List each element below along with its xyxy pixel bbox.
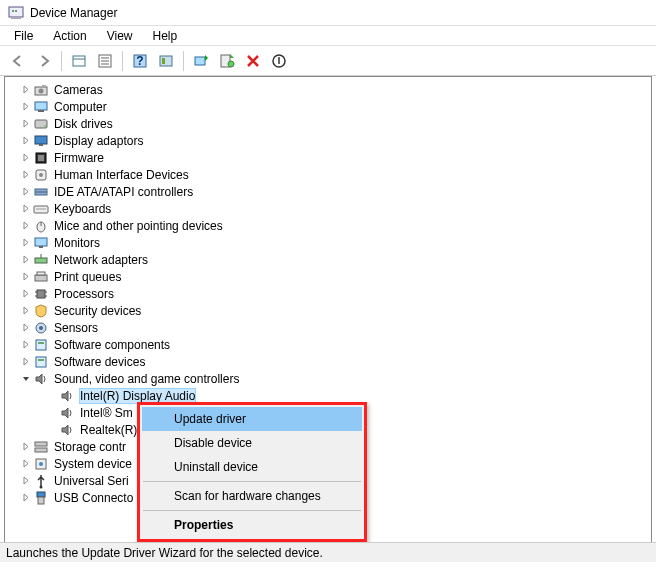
menu-file[interactable]: File [4, 27, 43, 45]
tree-category[interactable]: Processors [19, 285, 651, 302]
context-menu: Update driverDisable deviceUninstall dev… [137, 402, 367, 542]
device-tree[interactable]: CamerasComputerDisk drivesDisplay adapto… [4, 76, 652, 554]
display-icon [33, 133, 49, 149]
tree-label[interactable]: Disk drives [53, 117, 114, 131]
svg-rect-53 [38, 359, 44, 361]
chevron-right-icon[interactable] [19, 236, 33, 250]
show-hidden-button[interactable] [67, 49, 91, 73]
chevron-right-icon[interactable] [19, 355, 33, 369]
tree-label[interactable]: Human Interface Devices [53, 168, 190, 182]
firmware-icon [33, 150, 49, 166]
tree-label[interactable]: Keyboards [53, 202, 112, 216]
context-menu-item[interactable]: Properties [142, 513, 362, 537]
tree-category[interactable]: Mice and other pointing devices [19, 217, 651, 234]
tree-label[interactable]: Universal Seri [53, 474, 130, 488]
chevron-right-icon[interactable] [19, 168, 33, 182]
svg-rect-25 [35, 136, 47, 144]
tree-label[interactable]: Monitors [53, 236, 101, 250]
chevron-right-icon[interactable] [19, 304, 33, 318]
toolbar-separator [183, 51, 184, 71]
menu-view[interactable]: View [97, 27, 143, 45]
tree-label[interactable]: Print queues [53, 270, 122, 284]
tree-label[interactable]: Storage contr [53, 440, 127, 454]
tree-label[interactable]: IDE ATA/ATAPI controllers [53, 185, 194, 199]
chevron-right-icon[interactable] [19, 474, 33, 488]
tree-label[interactable]: USB Connecto [53, 491, 134, 505]
svg-rect-60 [38, 497, 44, 504]
monitor-icon [33, 235, 49, 251]
chevron-right-icon[interactable] [19, 185, 33, 199]
tree-label[interactable]: Network adapters [53, 253, 149, 267]
tree-category[interactable]: Software components [19, 336, 651, 353]
svg-rect-1 [11, 17, 21, 19]
menu-action[interactable]: Action [43, 27, 96, 45]
chevron-right-icon[interactable] [19, 202, 33, 216]
chevron-right-icon[interactable] [19, 491, 33, 505]
tree-label[interactable]: Firmware [53, 151, 105, 165]
tree-label[interactable]: Realtek(R) [79, 423, 138, 437]
tree-label[interactable]: Sensors [53, 321, 99, 335]
tree-label[interactable]: Display adaptors [53, 134, 144, 148]
chevron-right-icon[interactable] [19, 287, 33, 301]
chevron-right-icon[interactable] [19, 151, 33, 165]
tree-label[interactable]: Software components [53, 338, 171, 352]
tree-category[interactable]: Software devices [19, 353, 651, 370]
tree-label[interactable]: Computer [53, 100, 108, 114]
tree-label[interactable]: Cameras [53, 83, 104, 97]
forward-button[interactable] [32, 49, 56, 73]
chevron-right-icon[interactable] [19, 253, 33, 267]
sound-icon [59, 422, 75, 438]
context-menu-item[interactable]: Scan for hardware changes [142, 484, 362, 508]
svg-rect-39 [35, 258, 47, 263]
tree-category[interactable]: Display adaptors [19, 132, 651, 149]
tree-category[interactable]: Firmware [19, 149, 651, 166]
properties-button[interactable] [93, 49, 117, 73]
tree-category[interactable]: Sensors [19, 319, 651, 336]
tree-label[interactable]: Software devices [53, 355, 146, 369]
update-driver-button[interactable] [189, 49, 213, 73]
chevron-right-icon[interactable] [19, 321, 33, 335]
context-menu-item[interactable]: Uninstall device [142, 455, 362, 479]
tree-category[interactable]: Sound, video and game controllers [19, 370, 651, 387]
hid-icon [33, 167, 49, 183]
network-icon [33, 252, 49, 268]
tree-label[interactable]: Processors [53, 287, 115, 301]
tree-label[interactable]: Intel® Sm [79, 406, 134, 420]
context-menu-item[interactable]: Disable device [142, 431, 362, 455]
chevron-right-icon[interactable] [19, 134, 33, 148]
menu-help[interactable]: Help [143, 27, 188, 45]
chevron-right-icon[interactable] [19, 117, 33, 131]
help-button[interactable]: ? [128, 49, 152, 73]
tree-category[interactable]: Print queues [19, 268, 651, 285]
back-button[interactable] [6, 49, 30, 73]
tree-category[interactable]: Security devices [19, 302, 651, 319]
tree-label[interactable]: Mice and other pointing devices [53, 219, 224, 233]
tree-category[interactable]: Cameras [19, 81, 651, 98]
tree-label[interactable]: System device [53, 457, 133, 471]
chevron-right-icon[interactable] [19, 100, 33, 114]
chevron-right-icon[interactable] [19, 219, 33, 233]
tree-category[interactable]: Disk drives [19, 115, 651, 132]
uninstall-button[interactable] [241, 49, 265, 73]
chevron-right-icon[interactable] [19, 440, 33, 454]
menu-separator [143, 481, 361, 482]
tree-category[interactable]: Monitors [19, 234, 651, 251]
tree-label[interactable]: Sound, video and game controllers [53, 372, 240, 386]
chevron-right-icon[interactable] [19, 83, 33, 97]
tree-category[interactable]: Human Interface Devices [19, 166, 651, 183]
scan-hardware-button[interactable] [215, 49, 239, 73]
chevron-right-icon[interactable] [19, 457, 33, 471]
tree-category[interactable]: Computer [19, 98, 651, 115]
chevron-down-icon[interactable] [19, 372, 33, 386]
chevron-right-icon[interactable] [19, 270, 33, 284]
tree-label[interactable]: Security devices [53, 304, 142, 318]
action-button[interactable] [154, 49, 178, 73]
disable-button[interactable] [267, 49, 291, 73]
chevron-right-icon[interactable] [19, 338, 33, 352]
tree-category[interactable]: Keyboards [19, 200, 651, 217]
status-text: Launches the Update Driver Wizard for th… [6, 546, 323, 560]
titlebar: Device Manager [0, 0, 656, 26]
context-menu-item[interactable]: Update driver [142, 407, 362, 431]
tree-category[interactable]: Network adapters [19, 251, 651, 268]
tree-category[interactable]: IDE ATA/ATAPI controllers [19, 183, 651, 200]
